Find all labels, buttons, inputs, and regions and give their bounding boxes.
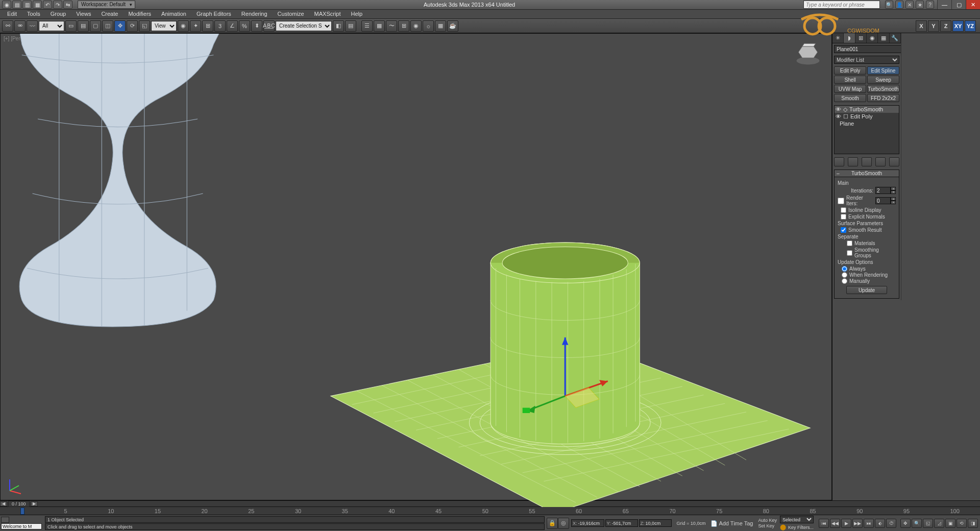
menu-group[interactable]: Group: [45, 10, 71, 18]
render-setup-icon[interactable]: ☼: [423, 20, 434, 32]
setkey-button[interactable]: Set Key: [758, 523, 777, 528]
goto-end-icon[interactable]: ⏭: [864, 519, 874, 528]
zoom-extents-icon[interactable]: ▣: [945, 519, 955, 528]
menu-customize[interactable]: Customize: [273, 10, 309, 18]
menu-views[interactable]: Views: [71, 10, 96, 18]
selection-filter[interactable]: All: [39, 21, 64, 31]
key-filters-button[interactable]: Key Filters...: [788, 525, 814, 530]
tab-motion-icon[interactable]: ◉: [867, 33, 878, 43]
mod-ffd[interactable]: FFD 2x2x2: [867, 94, 899, 102]
axis-y[interactable]: Y: [928, 20, 939, 32]
update-button[interactable]: Update: [846, 286, 887, 294]
menu-maxscript[interactable]: MAXScript: [309, 10, 346, 18]
save-icon[interactable]: ▦: [33, 1, 42, 9]
menu-graph-editors[interactable]: Graph Editors: [191, 10, 236, 18]
select-scale-icon[interactable]: ◱: [139, 20, 150, 32]
maximize-viewport-icon[interactable]: ◨: [968, 519, 978, 528]
mod-edit-spline[interactable]: Edit Spline: [867, 66, 899, 75]
axis-x[interactable]: X: [916, 20, 927, 32]
time-slider[interactable]: [20, 508, 24, 515]
select-by-name-icon[interactable]: ▤: [78, 20, 89, 32]
menu-rendering[interactable]: Rendering: [236, 10, 273, 18]
keyboard-shortcut-icon[interactable]: ⊞: [202, 20, 213, 32]
mirror-icon[interactable]: ◧: [333, 20, 344, 32]
pin-stack-icon[interactable]: [834, 157, 844, 166]
configure-sets-icon[interactable]: [889, 157, 899, 166]
tab-modify-icon[interactable]: ◗: [844, 33, 855, 43]
close-button[interactable]: ✕: [966, 0, 980, 9]
key-icon[interactable]: ⬤: [780, 524, 786, 530]
menu-animation[interactable]: Animation: [156, 10, 191, 18]
render-iters-field[interactable]: [875, 197, 891, 204]
curve-editor-icon[interactable]: 〜: [386, 20, 397, 32]
render-icon[interactable]: ☕: [447, 20, 458, 32]
rollout-header[interactable]: TurboSmooth: [835, 170, 899, 177]
signin-icon[interactable]: 👤: [895, 1, 903, 9]
mod-shell[interactable]: Shell: [834, 76, 866, 84]
manipulate-icon[interactable]: ✦: [190, 20, 201, 32]
mod-sweep[interactable]: Sweep: [867, 76, 899, 84]
zoom-icon[interactable]: 🔍: [912, 519, 922, 528]
maximize-button[interactable]: ▢: [951, 0, 966, 9]
mod-turbosmooth[interactable]: TurboSmooth: [867, 85, 899, 93]
sep-sgroups-check[interactable]: [847, 250, 852, 256]
search-input[interactable]: [803, 1, 880, 9]
tab-create-icon[interactable]: ✳: [832, 33, 844, 43]
undo-icon[interactable]: ↶: [43, 1, 52, 9]
graphite-icon[interactable]: ▦: [374, 20, 385, 32]
menu-edit[interactable]: Edit: [2, 10, 22, 18]
mod-uvw[interactable]: UVW Map: [834, 85, 866, 93]
layers-icon[interactable]: ☰: [361, 20, 373, 32]
orbit-icon[interactable]: ⟲: [957, 519, 967, 528]
play-icon[interactable]: ▶: [841, 519, 851, 528]
tab-hierarchy-icon[interactable]: ⊞: [855, 33, 867, 43]
select-object-icon[interactable]: ▭: [65, 20, 77, 32]
upd-always-radio[interactable]: [842, 266, 847, 272]
pan-icon[interactable]: ✥: [900, 519, 911, 528]
show-end-result-icon[interactable]: [848, 157, 858, 166]
axis-z[interactable]: Z: [940, 20, 951, 32]
spinner-snap-icon[interactable]: ⬍: [251, 20, 262, 32]
named-selection-set[interactable]: Create Selection Se: [276, 21, 332, 31]
angle-snap-icon[interactable]: ∠: [227, 20, 238, 32]
modifier-stack[interactable]: 👁◇TurboSmooth 👁☐Edit Poly Plane: [834, 105, 899, 154]
time-config-icon[interactable]: ⏱: [886, 519, 896, 528]
search-icon[interactable]: 🔍: [885, 1, 893, 9]
next-frame-icon[interactable]: ▶▶: [852, 519, 863, 528]
tab-display-icon[interactable]: ▦: [878, 33, 889, 43]
remove-modifier-icon[interactable]: [875, 157, 886, 166]
mod-edit-poly[interactable]: Edit Poly: [834, 66, 866, 75]
align-icon[interactable]: ▤: [345, 20, 356, 32]
window-crossing-icon[interactable]: ◫: [102, 20, 113, 32]
rect-region-icon[interactable]: ▢: [90, 20, 101, 32]
menu-tools[interactable]: Tools: [22, 10, 45, 18]
edit-named-sel-icon[interactable]: A͟B͟C: [263, 20, 275, 32]
minimize-button[interactable]: —: [937, 0, 951, 9]
menu-modifiers[interactable]: Modifiers: [123, 10, 156, 18]
menu-create[interactable]: Create: [96, 10, 123, 18]
spin-down-icon[interactable]: ▾: [891, 201, 896, 204]
select-rotate-icon[interactable]: ⟳: [127, 20, 138, 32]
link-tool-icon[interactable]: ⚯: [2, 20, 13, 32]
spin-down-icon[interactable]: ▾: [891, 190, 896, 194]
tab-utilities-icon[interactable]: 🔧: [890, 33, 901, 43]
link-icon[interactable]: ⇆: [63, 1, 72, 9]
spin-up-icon[interactable]: ▴: [891, 197, 896, 201]
key-mode-icon[interactable]: ⬖: [875, 519, 885, 528]
menu-help[interactable]: Help: [346, 10, 368, 18]
render-iters-check[interactable]: [838, 198, 844, 204]
snap-toggle-icon[interactable]: 3: [214, 20, 226, 32]
new-icon[interactable]: ▤: [12, 1, 21, 9]
upd-manual-radio[interactable]: [842, 278, 847, 284]
iterations-field[interactable]: [875, 187, 891, 194]
bind-space-warp-icon[interactable]: 〰: [27, 20, 38, 32]
viewport[interactable]: [+] [Perspective] [Shaded]: [0, 33, 832, 500]
fov-icon[interactable]: ◿: [934, 519, 944, 528]
sep-materials-check[interactable]: [847, 240, 852, 246]
prev-frame-icon[interactable]: ◀◀: [830, 519, 840, 528]
exchange-icon[interactable]: ✕: [905, 1, 914, 9]
open-icon[interactable]: ▥: [22, 1, 32, 9]
axis-yz[interactable]: YZ: [965, 20, 976, 32]
object-name-field[interactable]: [834, 45, 904, 53]
percent-snap-icon[interactable]: %: [239, 20, 250, 32]
